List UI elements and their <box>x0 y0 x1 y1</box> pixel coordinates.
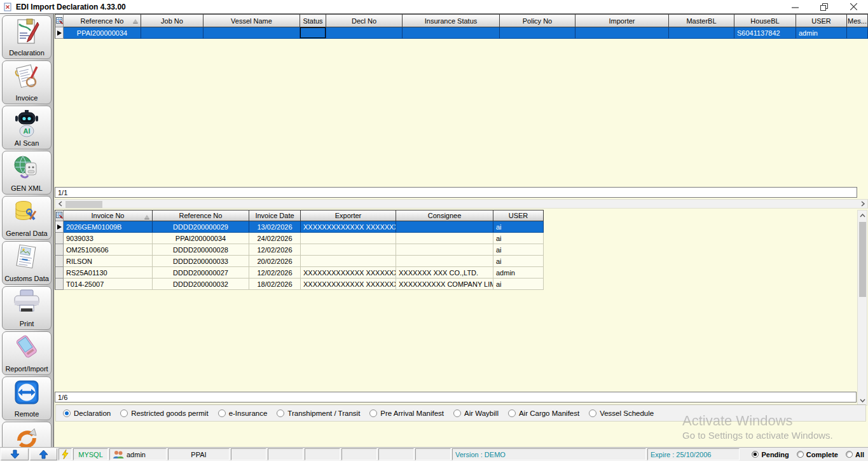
move-up-button[interactable] <box>30 448 57 460</box>
doc-type-radio-air-waybill[interactable]: Air Waybill <box>453 409 499 417</box>
column-header-reference-no[interactable]: Reference No <box>64 14 141 27</box>
grid-cell[interactable]: RS25A01130 <box>64 267 153 279</box>
grid-cell[interactable]: 24/02/2026 <box>249 233 301 244</box>
grid-cell[interactable]: 13/02/2026 <box>249 221 301 233</box>
scroll-up-icon[interactable] <box>858 210 867 219</box>
grid-cell[interactable]: ai <box>493 244 544 256</box>
column-header-masterbl[interactable]: MasterBL <box>669 14 734 27</box>
scroll-left-icon[interactable] <box>55 200 64 208</box>
row-selector[interactable] <box>55 233 64 244</box>
row-selector[interactable] <box>55 256 64 267</box>
grid-cell[interactable]: XXXXXXXXXXXXX XXXXXXXXX... <box>301 279 396 290</box>
row-selector[interactable] <box>55 221 64 233</box>
column-header-decl-no[interactable]: Decl No <box>326 14 403 27</box>
sidebar-item-gen-xml[interactable]: GEN XML <box>2 151 52 195</box>
grid-cell[interactable]: ai <box>493 256 544 267</box>
grid-cell[interactable]: ai <box>493 233 544 244</box>
column-header-consignee[interactable]: Consignee <box>396 210 493 221</box>
grid-cell[interactable] <box>300 27 326 39</box>
table-row[interactable]: PPAI200000034S6041137842admin <box>55 27 868 39</box>
row-selector[interactable] <box>55 267 64 279</box>
select-all-cell[interactable] <box>55 210 64 221</box>
grid-cell[interactable] <box>301 233 396 244</box>
grid-cell[interactable]: 12/02/2026 <box>249 267 301 279</box>
sidebar-item-general-data[interactable]: General Data <box>2 196 52 240</box>
grid-cell[interactable] <box>396 233 493 244</box>
column-header-insurance-status[interactable]: Insurance Status <box>403 14 500 27</box>
minimize-button[interactable] <box>780 0 809 13</box>
doc-type-radio-e-insurance[interactable]: e-Insurance <box>218 409 268 417</box>
sidebar-item-report-import[interactable]: Report/Import <box>2 331 52 375</box>
grid-cell[interactable]: DDDD200000032 <box>153 279 249 290</box>
grid-cell[interactable]: OM25100606 <box>64 244 153 256</box>
column-header-housebl[interactable]: HouseBL <box>734 14 796 27</box>
grid-cell[interactable] <box>396 221 493 233</box>
status-filter-radio-pending[interactable]: Pending <box>752 451 789 458</box>
table-row[interactable]: 9039033PPAI20000003424/02/2026ai <box>55 233 544 244</box>
horizontal-scroll-thumb[interactable] <box>65 201 102 208</box>
grid-cell[interactable]: PPAI200000034 <box>64 27 141 39</box>
row-selector[interactable] <box>55 27 64 39</box>
grid-cell[interactable] <box>669 27 734 39</box>
scroll-down-icon[interactable] <box>858 396 867 405</box>
grid-cell[interactable] <box>141 27 203 39</box>
grid-cell[interactable]: S6041137842 <box>734 27 796 39</box>
grid-cell[interactable]: admin <box>796 27 847 39</box>
grid-cell[interactable] <box>847 27 868 39</box>
grid-cell[interactable]: RILSON <box>64 256 153 267</box>
grid-cell[interactable]: ai <box>493 279 544 290</box>
grid-cell[interactable] <box>396 256 493 267</box>
column-header-reference-no[interactable]: Reference No <box>153 210 249 221</box>
doc-type-radio-declaration[interactable]: Declaration <box>63 409 111 417</box>
grid-cell[interactable]: PPAI200000034 <box>153 233 249 244</box>
table-row[interactable]: RILSONDDDD20000003320/02/2026ai <box>55 256 544 267</box>
column-header-invoice-date[interactable]: Invoice Date <box>249 210 301 221</box>
row-selector[interactable] <box>55 244 64 256</box>
grid-cell[interactable]: XXXXXXX XXX CO.,LTD. <box>396 267 493 279</box>
table-row[interactable]: T014-25007DDDD20000003218/02/2026XXXXXXX… <box>55 279 544 290</box>
grid-cell[interactable] <box>500 27 575 39</box>
column-header-job-no[interactable]: Job No <box>141 14 203 27</box>
sidebar-item-print[interactable]: Print <box>2 286 52 330</box>
column-header-exporter[interactable]: Exporter <box>301 210 396 221</box>
doc-type-radio-air-cargo-manifest[interactable]: Air Cargo Manifest <box>508 409 579 417</box>
column-header-vessel-name[interactable]: Vessel Name <box>203 14 300 27</box>
grid-cell[interactable] <box>403 27 500 39</box>
grid-cell[interactable]: DDDD200000033 <box>153 256 249 267</box>
doc-type-radio-restricted-goods-permit[interactable]: Restricted goods permit <box>120 409 208 417</box>
select-all-cell[interactable] <box>55 14 64 27</box>
status-filter-radio-complete[interactable]: Complete <box>797 451 838 458</box>
grid-cell[interactable] <box>203 27 300 39</box>
table-row[interactable]: RS25A01130DDDD20000002712/02/2026XXXXXXX… <box>55 267 544 279</box>
scroll-right-icon[interactable] <box>858 200 867 208</box>
column-header-status[interactable]: Status <box>300 14 326 27</box>
restore-button[interactable] <box>809 0 839 13</box>
column-header-policy-no[interactable]: Policy No <box>500 14 575 27</box>
grid-cell[interactable]: XXXXXXXXXX COMPANY LIMI... <box>396 279 493 290</box>
grid-cell[interactable]: XXXXXXXXXXXXX XXXXXXXXX... <box>301 267 396 279</box>
move-down-button[interactable] <box>1 448 29 460</box>
doc-type-radio-transhipment-transit[interactable]: Transhipment / Transit <box>277 409 360 417</box>
table-row[interactable]: OM25100606DDDD20000002812/02/2026ai <box>55 244 544 256</box>
grid-cell[interactable]: 2026GEM01009B <box>64 221 153 233</box>
grid-cell[interactable]: ai <box>493 221 544 233</box>
column-header-user[interactable]: USER <box>796 14 847 27</box>
grid-cell[interactable]: 9039033 <box>64 233 153 244</box>
grid-cell[interactable]: 12/02/2026 <box>249 244 301 256</box>
grid-cell[interactable]: DDDD200000027 <box>153 267 249 279</box>
grid-cell[interactable]: DDDD200000029 <box>153 221 249 233</box>
grid-cell[interactable] <box>301 244 396 256</box>
grid-cell[interactable]: T014-25007 <box>64 279 153 290</box>
column-header-importer[interactable]: Importer <box>575 14 669 27</box>
column-header-mes[interactable]: Mes... <box>847 14 868 27</box>
grid-cell[interactable]: DDDD200000028 <box>153 244 249 256</box>
grid-cell[interactable]: XXXXXXXXXXXXX XXXXXXXXX... <box>301 221 396 233</box>
horizontal-scrollbar[interactable] <box>55 199 868 209</box>
sidebar-item-customs-data[interactable]: Customs Data <box>2 241 52 285</box>
grid-cell[interactable] <box>396 244 493 256</box>
grid-cell[interactable] <box>301 256 396 267</box>
sidebar-item-more[interactable] <box>2 422 52 447</box>
table-row[interactable]: 2026GEM01009BDDDD20000002913/02/2026XXXX… <box>55 221 544 233</box>
row-selector[interactable] <box>55 279 64 290</box>
column-header-user[interactable]: USER <box>493 210 544 221</box>
